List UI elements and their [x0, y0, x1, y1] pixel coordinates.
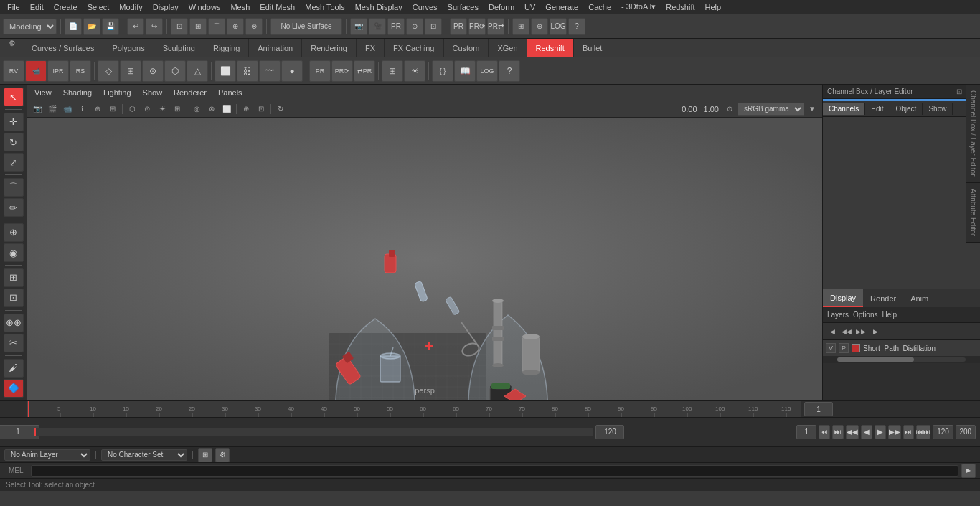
panel-pin-button[interactable]: ⊡ [954, 88, 964, 95]
rs-light-btn[interactable]: ☀ [404, 60, 425, 82]
menu-item-file[interactable]: File [3, 1, 24, 13]
menu-item-mesh-display[interactable]: Mesh Display [351, 1, 407, 13]
render-button3[interactable]: PR⇄ [487, 18, 504, 35]
menu-item-create[interactable]: Create [50, 1, 82, 13]
mel-input[interactable] [31, 465, 958, 477]
rs-diamond-button[interactable]: ◇ [98, 60, 119, 82]
rs-shader-btn[interactable]: ⊞ [382, 60, 403, 82]
redo-button[interactable]: ↪ [146, 18, 163, 35]
tab-channels[interactable]: Channels [823, 103, 865, 115]
rs-wave-button[interactable]: 〰 [259, 60, 281, 82]
open-scene-button[interactable]: 📂 [83, 18, 100, 35]
rs-rs-button[interactable]: RS [70, 60, 91, 82]
layer-icon-2[interactable]: ◀◀ [840, 326, 853, 337]
vp-color-dropdown-arrow[interactable]: ▼ [805, 103, 819, 116]
rs-button1[interactable]: ⊞ [512, 18, 529, 35]
rotate-tool-button[interactable]: ↻ [4, 133, 24, 151]
vp-hud-btn[interactable]: ⊕ [239, 103, 253, 116]
layers-menu-layers[interactable]: Layers [827, 311, 849, 319]
tab-custom[interactable]: Custom [444, 39, 489, 57]
total-frames-field[interactable]: 200 [956, 425, 976, 439]
menu-item-deform[interactable]: Deform [484, 1, 519, 13]
range-end-field[interactable]: 120 [933, 425, 953, 439]
save-scene-button[interactable]: 💾 [102, 18, 119, 35]
soft-select-button[interactable]: ◉ [4, 243, 24, 262]
step-back-button[interactable]: ◀◀ [846, 425, 859, 439]
tab-show[interactable]: Show [923, 103, 953, 115]
menu-item-mesh-tools[interactable]: Mesh Tools [301, 1, 349, 13]
rs-pr-btn1[interactable]: PR [309, 60, 331, 82]
select-tool-button[interactable]: ↖ [4, 88, 24, 106]
edge-tab-attribute-editor[interactable]: Attribute Editor [966, 183, 980, 243]
scale-tool-button[interactable]: ⤢ [4, 153, 24, 172]
layer-visibility-button[interactable]: V [826, 343, 836, 353]
char-set-btn1[interactable]: ⊞ [198, 448, 212, 462]
rs-book-btn[interactable]: 📖 [454, 60, 476, 82]
vp-isolate-btn[interactable]: ◎ [189, 103, 204, 116]
cam-button4[interactable]: ⊙ [406, 18, 423, 35]
rs-pr-btn2[interactable]: PR⟳ [331, 60, 353, 82]
layer-icon-4[interactable]: ▶ [869, 326, 882, 337]
vp-shading-menu[interactable]: Shading [60, 87, 95, 98]
play-button[interactable]: ▶ [875, 425, 886, 439]
vp-cam2-btn[interactable]: 📹 [60, 103, 75, 116]
vp-wireframe-btn[interactable]: ⬡ [125, 103, 139, 116]
scroll-thumb[interactable] [837, 357, 914, 362]
tab-animation[interactable]: Animation [249, 39, 302, 57]
jump-end-button[interactable]: ⏮⏭ [916, 425, 930, 439]
tab-rendering[interactable]: Rendering [302, 39, 357, 57]
move-tool-button[interactable]: ✛ [4, 113, 24, 131]
render-button2[interactable]: PR⟳ [468, 18, 486, 35]
layer-color-swatch[interactable] [852, 344, 860, 352]
no-anim-layer-dropdown[interactable]: No Anim Layer [4, 449, 90, 461]
rs-log-button[interactable]: LOG [550, 18, 567, 35]
rs-ipr-button[interactable]: IPR [47, 60, 69, 82]
snap-button[interactable]: ⊕ [4, 223, 24, 242]
tab-anim[interactable]: Anim [903, 289, 936, 307]
char-set-btn2[interactable]: ⚙ [215, 448, 230, 462]
forward-button[interactable]: ▶▶ [888, 425, 901, 439]
jump-start-button[interactable]: ⏮ [819, 425, 830, 439]
back-button[interactable]: ◀ [861, 425, 872, 439]
no-char-set-dropdown[interactable]: No Character Set [101, 449, 187, 461]
vp-renderer-menu[interactable]: Renderer [171, 87, 209, 98]
tab-bullet[interactable]: Bullet [574, 39, 612, 57]
rs-grid-button[interactable]: ⊞ [120, 60, 141, 82]
rs-log-btn[interactable]: LOG [476, 60, 498, 82]
xgen-button[interactable]: 🔷 [4, 379, 24, 398]
tab-xgen[interactable]: XGen [489, 39, 527, 57]
timeline-progress-bar[interactable] [34, 428, 593, 436]
vp-texture-btn[interactable]: ⊞ [170, 103, 184, 116]
tab-display[interactable]: Display [823, 289, 863, 307]
multi-cut-button[interactable]: ✂ [4, 334, 24, 352]
rs-question-btn[interactable]: ? [499, 60, 520, 82]
menu-item-3dtall[interactable]: - 3DtoAll▾ [617, 1, 660, 13]
scene-canvas[interactable]: X Y Z persp [27, 118, 822, 400]
menu-item-help[interactable]: Help [701, 1, 726, 13]
snap-to-view-button[interactable]: ⊗ [245, 18, 263, 35]
rs-ipr-red-button[interactable]: 📹 [25, 60, 47, 82]
new-scene-button[interactable]: 📄 [65, 18, 82, 35]
menu-item-surfaces[interactable]: Surfaces [443, 1, 483, 13]
layers-menu-options[interactable]: Options [853, 311, 877, 319]
rs-circle-button[interactable]: ● [281, 60, 303, 82]
menu-item-redshift[interactable]: Redshift [661, 1, 699, 13]
rs-rv-button[interactable]: RV [3, 60, 24, 82]
cam-button3[interactable]: PR [387, 18, 405, 35]
menu-item-generate[interactable]: Generate [541, 1, 583, 13]
tab-polygons[interactable]: Polygons [103, 39, 154, 57]
vp-grid-btn[interactable]: ⊞ [105, 103, 120, 116]
tab-object[interactable]: Object [890, 103, 923, 115]
menu-item-display[interactable]: Display [149, 1, 183, 13]
snap-to-grid-button[interactable]: ⊞ [189, 18, 207, 35]
menu-item-modify[interactable]: Modify [115, 1, 146, 13]
rs-pr-btn3[interactable]: ⇄PR [354, 60, 375, 82]
tab-fx-caching[interactable]: FX Caching [385, 39, 443, 57]
menu-item-uv[interactable]: UV [520, 1, 540, 13]
snap-to-point-button[interactable]: ⊕ [227, 18, 244, 35]
rs-shapes-button1[interactable]: ⬡ [164, 60, 186, 82]
tab-render[interactable]: Render [863, 289, 903, 307]
layer-icon-3[interactable]: ▶▶ [854, 326, 867, 337]
rs-chain-button[interactable]: ⛓ [237, 60, 258, 82]
rs-sphere-button[interactable]: ⊙ [142, 60, 164, 82]
